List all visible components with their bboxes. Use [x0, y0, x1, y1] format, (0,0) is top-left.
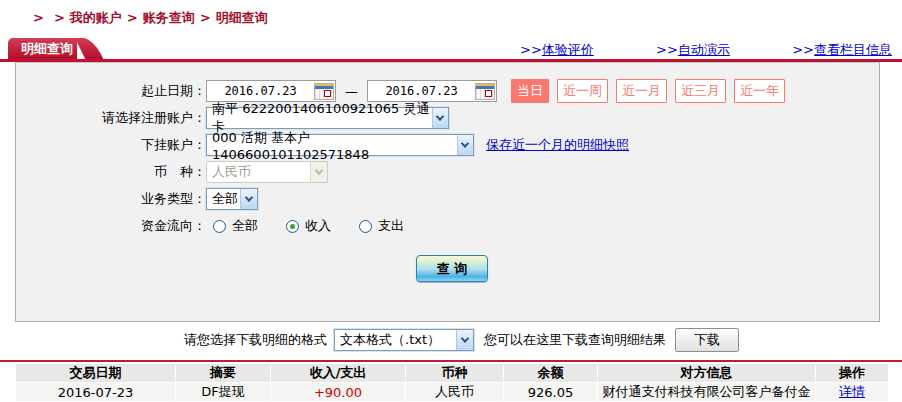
header-action: 操作 [816, 364, 889, 383]
breadcrumb-item-my-account[interactable]: 我的账户 [70, 10, 122, 25]
download-row: 请您选择下载明细的格式 文本格式（.txt） 您可以在这里下载查询明细结果 下载 [0, 328, 902, 352]
cell-counterparty: 财付通支付科技有限公司客户备付金 [598, 383, 816, 402]
radio-all-label: 全部 [232, 217, 258, 235]
fund-flow-radios: 全部 收入 支出 [206, 217, 404, 235]
currency-label: 币 种： [16, 163, 206, 181]
header-balance: 余额 [504, 364, 598, 383]
tab-strip: 明细查询 >>体验评价 >>自动演示 >>查看栏目信息 [0, 38, 902, 62]
chevron-down-icon[interactable] [432, 108, 448, 128]
download-button[interactable]: 下载 [675, 328, 739, 352]
breadcrumb: >>我的账户>账务查询>明细查询 [0, 0, 902, 24]
calendar-icon[interactable] [314, 83, 334, 100]
radio-income-label: 收入 [305, 217, 331, 235]
link-experience-rating[interactable]: >>体验评价 [520, 41, 594, 59]
calendar-icon[interactable] [475, 83, 495, 100]
save-snapshot-link[interactable]: 保存近一个月的明细快照 [486, 136, 629, 154]
date-range-label: 起止日期： [16, 82, 206, 100]
header-summary: 摘要 [176, 364, 271, 383]
date-separator: — [345, 84, 358, 99]
date-range-row: 起止日期： 2016.07.23 — 2016.07.23 当日 近一周 近一月… [16, 80, 879, 102]
link-label: 自动演示 [678, 42, 730, 57]
breadcrumb-item-detail-query[interactable]: 明细查询 [216, 10, 268, 25]
radio-expense[interactable] [359, 220, 372, 233]
quick-date-month-button[interactable]: 近一月 [616, 79, 667, 103]
download-format-value: 文本格式（.txt） [340, 331, 440, 349]
tab-detail-query[interactable]: 明细查询 [8, 38, 77, 59]
cell-summary: DF提现 [176, 383, 271, 402]
link-auto-demo[interactable]: >>自动演示 [656, 41, 730, 59]
header-counterparty: 对方信息 [598, 364, 816, 383]
breadcrumb-arrow: > [127, 10, 138, 25]
start-date-input[interactable]: 2016.07.23 [206, 80, 336, 102]
radio-income[interactable] [286, 220, 299, 233]
link-label: 体验评价 [542, 42, 594, 57]
business-type-label: 业务类型： [16, 190, 206, 208]
link-view-column-info[interactable]: >>查看栏目信息 [792, 41, 892, 59]
link-prefix: >> [656, 42, 678, 57]
table-header-row: 交易日期 摘要 收入/支出 币种 余额 对方信息 操作 [16, 364, 889, 383]
chevron-down-icon [310, 162, 327, 182]
quick-date-year-button[interactable]: 近一年 [734, 79, 785, 103]
query-form-panel: 起止日期： 2016.07.23 — 2016.07.23 当日 近一周 近一月… [15, 62, 880, 322]
breadcrumb-item-account-query[interactable]: 账务查询 [143, 10, 195, 25]
radio-expense-label: 支出 [378, 217, 404, 235]
breadcrumb-arrow: > [54, 10, 65, 25]
sub-account-label: 下挂账户： [16, 136, 206, 154]
end-date-input[interactable]: 2016.07.23 [367, 80, 497, 102]
table-row: 2016-07-23 DF提现 +90.00 人民币 926.05 财付通支付科… [16, 383, 889, 402]
chevron-down-icon[interactable] [456, 330, 473, 350]
chevron-down-icon[interactable] [240, 189, 257, 209]
currency-row: 币 种： 人民币 [16, 161, 879, 183]
result-table-wrap: 交易日期 摘要 收入/支出 币种 余额 对方信息 操作 2016-07-23 D… [0, 360, 902, 402]
cell-currency: 人民币 [406, 383, 504, 402]
business-type-row: 业务类型： 全部 [16, 188, 879, 210]
download-format-label: 请您选择下载明细的格式 [184, 331, 327, 349]
register-account-row: 请选择注册账户： 南平 6222001406100921065 灵通卡 [16, 107, 879, 129]
business-type-select[interactable]: 全部 [206, 188, 258, 210]
detail-link[interactable]: 详情 [839, 384, 865, 399]
download-format-select[interactable]: 文本格式（.txt） [334, 329, 474, 351]
cell-balance: 926.05 [504, 383, 598, 402]
fund-flow-label: 资金流向： [16, 217, 206, 235]
cell-amount: +90.00 [271, 383, 406, 402]
header-currency: 币种 [406, 364, 504, 383]
cell-action: 详情 [816, 383, 889, 402]
link-label: 查看栏目信息 [814, 42, 892, 57]
quick-date-3months-button[interactable]: 近三月 [675, 79, 726, 103]
sub-account-value: 000 活期 基本户 1406600101102571848 [212, 129, 457, 162]
header-amount: 收入/支出 [271, 364, 406, 383]
breadcrumb-arrow: > [200, 10, 211, 25]
result-table: 交易日期 摘要 收入/支出 币种 余额 对方信息 操作 2016-07-23 D… [15, 363, 889, 402]
quick-date-today-button[interactable]: 当日 [511, 79, 549, 103]
link-prefix: >> [792, 42, 814, 57]
header-date: 交易日期 [16, 364, 176, 383]
link-prefix: >> [520, 42, 542, 57]
business-type-value: 全部 [212, 190, 238, 208]
currency-select: 人民币 [206, 161, 328, 183]
cell-date: 2016-07-23 [16, 383, 176, 402]
quick-date-week-button[interactable]: 近一周 [557, 79, 608, 103]
fund-flow-row: 资金流向： 全部 收入 支出 [16, 215, 879, 237]
register-account-label: 请选择注册账户： [16, 109, 206, 127]
download-hint: 您可以在这里下载查询明细结果 [484, 331, 666, 349]
sub-account-row: 下挂账户： 000 活期 基本户 1406600101102571848 保存近… [16, 134, 879, 156]
start-date-value: 2016.07.23 [207, 84, 314, 98]
chevron-down-icon[interactable] [457, 135, 473, 155]
breadcrumb-arrow: > [33, 10, 44, 25]
currency-value: 人民币 [212, 163, 251, 181]
query-button[interactable]: 查 询 [416, 255, 488, 282]
register-account-select[interactable]: 南平 6222001406100921065 灵通卡 [206, 107, 449, 129]
radio-all[interactable] [213, 220, 226, 233]
top-links: >>体验评价 >>自动演示 >>查看栏目信息 [520, 41, 892, 59]
sub-account-select[interactable]: 000 活期 基本户 1406600101102571848 [206, 134, 474, 156]
query-button-row: 查 询 [16, 255, 879, 282]
end-date-value: 2016.07.23 [368, 84, 475, 98]
